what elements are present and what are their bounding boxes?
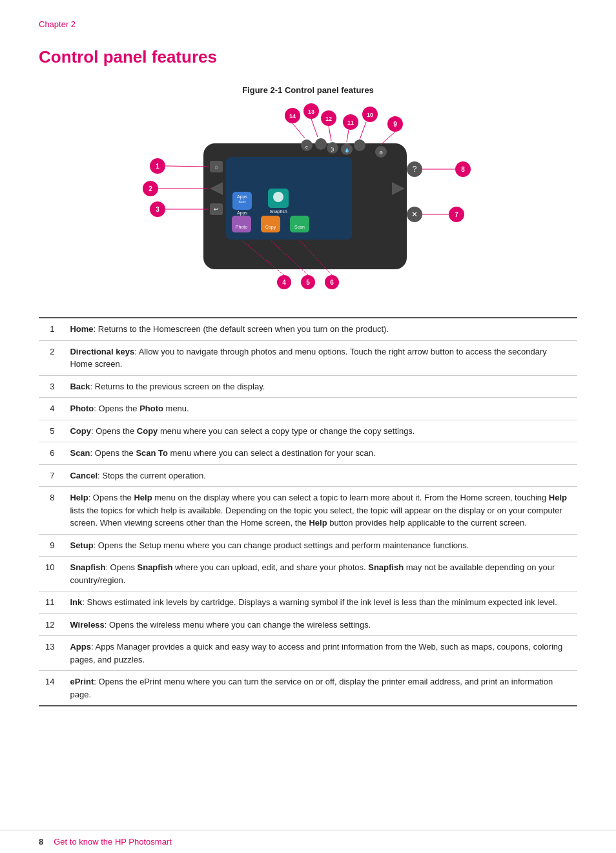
row-number: 2 bbox=[39, 340, 63, 375]
svg-text:⌂: ⌂ bbox=[215, 164, 218, 170]
svg-line-61 bbox=[381, 132, 395, 145]
svg-point-71 bbox=[303, 103, 319, 119]
svg-text:Photo: Photo bbox=[236, 225, 247, 229]
row-number: 6 bbox=[39, 442, 63, 465]
footer-bar: 8 Get to know the HP Photosmart bbox=[0, 830, 616, 853]
row-description: Scan: Opens the Scan To menu where you c… bbox=[63, 442, 577, 465]
row-description: Back: Returns to the previous screen on … bbox=[63, 375, 577, 398]
svg-rect-18 bbox=[210, 203, 223, 215]
svg-point-50 bbox=[150, 201, 165, 217]
svg-line-64 bbox=[360, 122, 366, 139]
svg-marker-17 bbox=[210, 182, 223, 195]
table-row: 2Directional keys: Allow you to navigate… bbox=[39, 340, 577, 375]
svg-point-33 bbox=[301, 139, 313, 151]
row-description: Setup: Opens the Setup menu where you ca… bbox=[63, 534, 577, 557]
svg-text:12: 12 bbox=[325, 116, 332, 122]
row-number: 8 bbox=[39, 487, 63, 535]
row-number: 9 bbox=[39, 534, 63, 557]
svg-point-39 bbox=[325, 275, 339, 289]
row-number: 12 bbox=[39, 613, 63, 636]
svg-text:3: 3 bbox=[156, 206, 159, 213]
row-description: Ink: Shows estimated ink levels by cartr… bbox=[63, 591, 577, 614]
svg-text:8: 8 bbox=[461, 166, 465, 173]
svg-line-46 bbox=[165, 166, 209, 167]
svg-line-42 bbox=[271, 240, 308, 275]
table-row: 12Wireless: Opens the wireless menu wher… bbox=[39, 613, 577, 636]
row-description: Copy: Opens the Copy menu where you can … bbox=[63, 420, 577, 442]
table-row: 5Copy: Opens the Copy menu where you can… bbox=[39, 420, 577, 442]
svg-text:4: 4 bbox=[282, 279, 286, 286]
row-number: 14 bbox=[39, 671, 63, 706]
svg-rect-2 bbox=[232, 192, 252, 210]
svg-point-27 bbox=[354, 139, 365, 151]
svg-text:⚙: ⚙ bbox=[379, 150, 383, 155]
features-table: 1Home: Returns to the Homescreen (the de… bbox=[39, 317, 577, 706]
svg-point-21 bbox=[407, 207, 422, 222]
svg-text:13: 13 bbox=[308, 108, 314, 115]
svg-point-37 bbox=[301, 275, 315, 289]
table-row: 1Home: Returns to the Homescreen (the de… bbox=[39, 318, 577, 340]
svg-marker-20 bbox=[392, 182, 405, 195]
table-row: 13Apps: Apps Manager provides a quick an… bbox=[39, 636, 577, 671]
svg-text:e: e bbox=[305, 145, 308, 149]
svg-line-41 bbox=[241, 240, 284, 275]
table-row: 8Help: Opens the Help menu on the displa… bbox=[39, 487, 577, 535]
svg-text:icon: icon bbox=[238, 200, 245, 203]
footer-page-number: 8 bbox=[39, 837, 43, 847]
svg-point-56 bbox=[455, 161, 471, 177]
svg-point-74 bbox=[285, 108, 300, 123]
svg-text:?: ? bbox=[413, 165, 417, 174]
svg-rect-1 bbox=[226, 157, 352, 240]
figure-caption: Figure 2-1 Control panel features bbox=[39, 85, 577, 95]
row-description: Home: Returns to the Homescreen (the def… bbox=[63, 318, 577, 340]
svg-text:Apps: Apps bbox=[237, 211, 247, 216]
row-description: ePrint: Opens the ePrint menu where you … bbox=[63, 671, 577, 706]
svg-text:6: 6 bbox=[330, 279, 334, 286]
table-row: 14ePrint: Opens the ePrint menu where yo… bbox=[39, 671, 577, 706]
svg-text:7: 7 bbox=[455, 211, 458, 218]
row-description: Photo: Opens the Photo menu. bbox=[63, 398, 577, 420]
figure-container: Apps icon Apps Snapfish Photo Copy Scan … bbox=[39, 101, 577, 302]
svg-text:9: 9 bbox=[393, 121, 397, 128]
svg-text:Scan: Scan bbox=[294, 225, 305, 229]
row-description: Help: Opens the Help menu on the display… bbox=[63, 487, 577, 535]
svg-rect-6 bbox=[268, 189, 289, 208]
footer-text: Get to know the HP Photosmart bbox=[54, 837, 172, 847]
row-number: 7 bbox=[39, 464, 63, 487]
svg-point-7 bbox=[273, 192, 283, 202]
table-row: 6Scan: Opens the Scan To menu where you … bbox=[39, 442, 577, 465]
table-row: 3Back: Returns to the previous screen on… bbox=[39, 375, 577, 398]
row-description: Cancel: Stops the current operation. bbox=[63, 464, 577, 487]
row-number: 4 bbox=[39, 398, 63, 420]
svg-point-68 bbox=[321, 110, 336, 126]
svg-rect-0 bbox=[203, 143, 407, 269]
svg-text:Snapfish: Snapfish bbox=[269, 209, 287, 214]
row-number: 11 bbox=[39, 591, 63, 614]
svg-line-67 bbox=[347, 130, 349, 142]
svg-point-62 bbox=[362, 107, 378, 122]
svg-point-28 bbox=[341, 143, 353, 155]
page-title: Control panel features bbox=[39, 47, 577, 67]
row-number: 10 bbox=[39, 557, 63, 591]
svg-text:2: 2 bbox=[149, 185, 152, 192]
svg-point-59 bbox=[387, 116, 403, 132]
svg-line-73 bbox=[311, 119, 318, 137]
svg-point-53 bbox=[449, 207, 464, 222]
svg-line-70 bbox=[329, 126, 331, 141]
svg-rect-11 bbox=[261, 216, 280, 232]
svg-line-43 bbox=[300, 240, 332, 275]
svg-text:)): )) bbox=[331, 147, 334, 152]
svg-text:↩: ↩ bbox=[214, 206, 219, 212]
printer-diagram: Apps icon Apps Snapfish Photo Copy Scan … bbox=[127, 101, 489, 302]
svg-text:14: 14 bbox=[289, 113, 296, 119]
svg-point-47 bbox=[143, 181, 158, 196]
svg-text:Copy: Copy bbox=[265, 225, 276, 230]
svg-point-30 bbox=[327, 142, 338, 154]
svg-text:✕: ✕ bbox=[411, 210, 418, 219]
row-number: 1 bbox=[39, 318, 63, 340]
svg-point-65 bbox=[343, 114, 358, 130]
svg-point-23 bbox=[407, 161, 422, 177]
svg-rect-9 bbox=[232, 216, 251, 232]
svg-text:11: 11 bbox=[347, 119, 354, 126]
svg-rect-15 bbox=[210, 161, 223, 172]
